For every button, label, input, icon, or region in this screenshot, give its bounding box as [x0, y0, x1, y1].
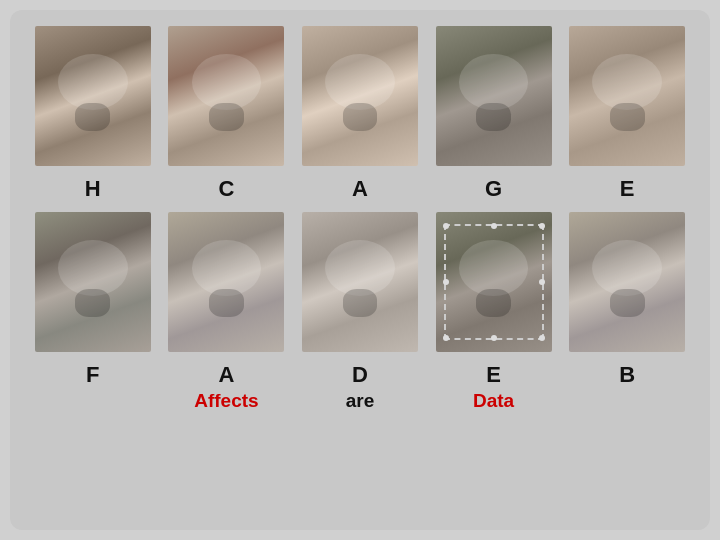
label-row-1: H C A G E [30, 176, 690, 202]
face-item-E [564, 26, 690, 166]
face-item-E2 [431, 212, 557, 352]
handle-br [539, 335, 545, 341]
label-group-B: B [564, 362, 690, 412]
face-image-E2 [436, 212, 552, 352]
face-image-E [569, 26, 685, 166]
face-item-C [164, 26, 290, 166]
face-image-C [168, 26, 284, 166]
label-E2: E [486, 362, 501, 388]
face-item-B [564, 212, 690, 352]
label-F: F [86, 362, 99, 388]
face-item-H [30, 26, 156, 166]
main-container: H C A G E [10, 10, 710, 530]
label-group-C: C [164, 176, 290, 202]
label-group-F: F [30, 362, 156, 412]
label-group-A-top: A [297, 176, 423, 202]
label-data: Data [473, 390, 514, 412]
face-image-F [35, 212, 151, 352]
face-image-A-bot [168, 212, 284, 352]
face-item-F [30, 212, 156, 352]
label-C: C [218, 176, 234, 202]
selection-overlay [444, 224, 544, 340]
label-are: are [346, 390, 375, 412]
label-E: E [620, 176, 635, 202]
label-B: B [619, 362, 635, 388]
handle-mr [539, 279, 545, 285]
handle-tm [491, 223, 497, 229]
label-group-D: D are [297, 362, 423, 412]
handle-tr [539, 223, 545, 229]
label-group-G: G [431, 176, 557, 202]
face-item-D [297, 212, 423, 352]
face-image-A-top [302, 26, 418, 166]
face-image-H [35, 26, 151, 166]
label-row-2: F A Affects D are E Data B [30, 362, 690, 412]
label-H: H [85, 176, 101, 202]
label-G: G [485, 176, 502, 202]
label-group-E2: E Data [431, 362, 557, 412]
label-D: D [352, 362, 368, 388]
face-row-2 [30, 212, 690, 352]
label-A-bot: A [218, 362, 234, 388]
handle-bm [491, 335, 497, 341]
face-image-G [436, 26, 552, 166]
face-image-D [302, 212, 418, 352]
face-item-A-top [297, 26, 423, 166]
label-A-top: A [352, 176, 368, 202]
label-group-E: E [564, 176, 690, 202]
face-row-1 [30, 26, 690, 166]
handle-tl [443, 223, 449, 229]
face-item-A-bot [164, 212, 290, 352]
label-group-H: H [30, 176, 156, 202]
label-affects: Affects [194, 390, 258, 412]
label-group-A-bot: A Affects [164, 362, 290, 412]
face-image-B [569, 212, 685, 352]
handle-ml [443, 279, 449, 285]
face-item-G [431, 26, 557, 166]
handle-bl [443, 335, 449, 341]
